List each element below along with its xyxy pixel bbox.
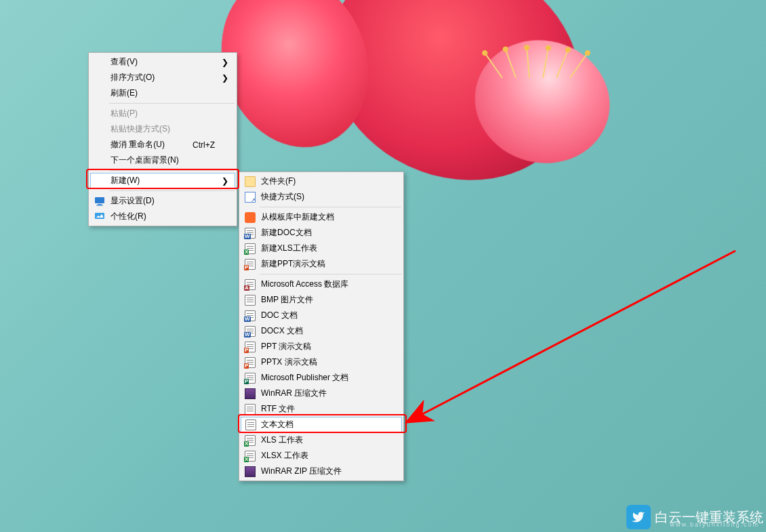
watermark: 白云一键重装系统 www.baiyunxitong.com xyxy=(626,505,763,529)
folder-icon xyxy=(245,176,256,187)
svg-rect-3 xyxy=(95,213,104,219)
menu-item-new[interactable]: 新建(W) ❯ xyxy=(90,173,235,188)
chevron-right-icon: ❯ xyxy=(222,58,228,67)
doc-icon: W xyxy=(245,310,256,321)
menu-label: 查看(V) xyxy=(110,56,138,68)
menu-label: 新建XLS工作表 xyxy=(261,243,317,254)
watermark-logo-icon xyxy=(626,505,651,529)
menu-label: RTF 文件 xyxy=(261,403,295,415)
doc-icon: W xyxy=(245,228,256,239)
display-settings-icon xyxy=(94,196,105,207)
menu-label: 粘贴快捷方式(S) xyxy=(110,123,170,135)
rar-icon xyxy=(245,388,256,399)
menu-item-view[interactable]: 查看(V) ❯ xyxy=(90,54,235,70)
chevron-right-icon: ❯ xyxy=(222,73,228,83)
svg-rect-1 xyxy=(98,204,102,205)
svg-rect-2 xyxy=(96,205,103,205)
svg-rect-0 xyxy=(95,197,104,203)
menu-label: 新建DOC文档 xyxy=(261,227,312,239)
new-submenu: 文件夹(F) 快捷方式(S) 从模板库中新建文档 W 新建DOC文档 X 新建X… xyxy=(239,171,404,481)
xls-icon: X xyxy=(245,435,256,446)
menu-label: 撤消 重命名(U) xyxy=(110,139,165,150)
menu-label: Microsoft Access 数据库 xyxy=(261,279,348,290)
menu-item-next-wallpaper[interactable]: 下一个桌面背景(N) xyxy=(90,152,235,168)
menu-item-display-settings[interactable]: 显示设置(D) xyxy=(90,193,235,209)
menu-label: Microsoft Publisher 文档 xyxy=(261,372,348,384)
menu-label: 从模板库中新建文档 xyxy=(261,211,334,223)
menu-label: 文件夹(F) xyxy=(261,176,296,187)
xlsx-icon: X xyxy=(245,451,256,462)
submenu-item-publisher[interactable]: P Microsoft Publisher 文档 xyxy=(241,370,402,386)
submenu-item-txt[interactable]: 文本文档 xyxy=(241,417,402,432)
txt-icon xyxy=(245,420,256,430)
wps-template-icon xyxy=(245,212,256,223)
menu-item-sort[interactable]: 排序方式(O) ❯ xyxy=(90,70,235,85)
menu-label: WinRAR ZIP 压缩文件 xyxy=(261,466,342,477)
menu-label: XLSX 工作表 xyxy=(261,450,308,462)
menu-label: DOCX 文档 xyxy=(261,325,303,337)
xls-icon: X xyxy=(245,243,256,254)
menu-label: BMP 图片文件 xyxy=(261,294,313,306)
menu-label: DOC 文档 xyxy=(261,310,298,321)
docx-icon: W xyxy=(245,326,256,337)
zip-icon xyxy=(245,466,256,477)
menu-separator xyxy=(260,274,401,274)
menu-label: 个性化(R) xyxy=(110,211,146,222)
menu-label: WinRAR 压缩文件 xyxy=(261,388,327,399)
menu-label: 新建PPT演示文稿 xyxy=(261,258,325,270)
pptx-icon: P xyxy=(245,357,256,368)
personalize-icon xyxy=(94,211,105,222)
submenu-item-pptx[interactable]: P PPTX 演示文稿 xyxy=(241,354,402,370)
submenu-item-new-xls[interactable]: X 新建XLS工作表 xyxy=(241,241,402,256)
submenu-item-new-doc[interactable]: W 新建DOC文档 xyxy=(241,225,402,241)
ppt-icon: P xyxy=(245,342,256,352)
menu-label: 快捷方式(S) xyxy=(261,191,304,203)
submenu-item-ppt[interactable]: P PPT 演示文稿 xyxy=(241,339,402,354)
submenu-item-shortcut[interactable]: 快捷方式(S) xyxy=(241,189,402,205)
submenu-item-docx[interactable]: W DOCX 文档 xyxy=(241,323,402,339)
menu-label: PPTX 演示文稿 xyxy=(261,356,317,368)
rtf-icon xyxy=(245,404,256,415)
submenu-item-doc[interactable]: W DOC 文档 xyxy=(241,308,402,323)
submenu-item-new-ppt[interactable]: P 新建PPT演示文稿 xyxy=(241,256,402,272)
menu-label: 新建(W) xyxy=(110,175,140,186)
menu-separator xyxy=(260,207,401,207)
chevron-right-icon: ❯ xyxy=(222,176,228,186)
watermark-subtext: www.baiyunxitong.com xyxy=(670,521,759,528)
menu-label: XLS 工作表 xyxy=(261,434,303,446)
submenu-item-rar[interactable]: WinRAR 压缩文件 xyxy=(241,386,402,401)
submenu-item-wps-template[interactable]: 从模板库中新建文档 xyxy=(241,209,402,225)
flower-stamen xyxy=(488,47,603,129)
menu-label: PPT 演示文稿 xyxy=(261,341,311,352)
menu-item-refresh[interactable]: 刷新(E) xyxy=(90,85,235,101)
submenu-item-access[interactable]: A Microsoft Access 数据库 xyxy=(241,277,402,292)
submenu-item-zip[interactable]: WinRAR ZIP 压缩文件 xyxy=(241,464,402,479)
submenu-item-rtf[interactable]: RTF 文件 xyxy=(241,401,402,417)
menu-label: 粘贴(P) xyxy=(110,108,138,119)
menu-shortcut: Ctrl+Z xyxy=(193,140,215,150)
menu-label: 显示设置(D) xyxy=(110,195,155,207)
desktop-context-menu: 查看(V) ❯ 排序方式(O) ❯ 刷新(E) 粘贴(P) 粘贴快捷方式(S) … xyxy=(88,52,237,226)
menu-label: 下一个桌面背景(N) xyxy=(110,155,179,166)
menu-separator xyxy=(109,170,235,171)
menu-item-paste: 粘贴(P) xyxy=(90,106,235,121)
submenu-item-xlsx[interactable]: X XLSX 工作表 xyxy=(241,448,402,464)
bmp-icon xyxy=(245,295,256,306)
menu-item-personalize[interactable]: 个性化(R) xyxy=(90,209,235,224)
submenu-item-bmp[interactable]: BMP 图片文件 xyxy=(241,292,402,308)
menu-label: 文本文档 xyxy=(261,419,294,430)
menu-item-undo-rename[interactable]: 撤消 重命名(U) Ctrl+Z xyxy=(90,137,235,152)
menu-separator xyxy=(109,103,235,104)
shortcut-icon xyxy=(245,192,256,203)
menu-separator xyxy=(109,190,235,191)
submenu-item-folder[interactable]: 文件夹(F) xyxy=(241,173,402,189)
menu-label: 排序方式(O) xyxy=(110,72,155,83)
menu-label: 刷新(E) xyxy=(110,87,138,99)
ppt-icon: P xyxy=(245,259,256,270)
access-icon: A xyxy=(245,279,256,290)
publisher-icon: P xyxy=(245,373,256,384)
menu-item-paste-shortcut: 粘贴快捷方式(S) xyxy=(90,121,235,137)
submenu-item-xls[interactable]: X XLS 工作表 xyxy=(241,432,402,448)
